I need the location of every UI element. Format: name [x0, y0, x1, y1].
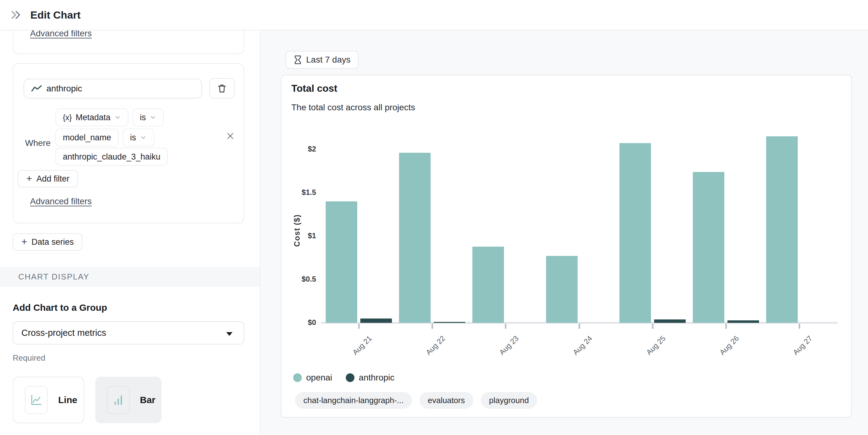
select-caret-icon: [226, 332, 232, 336]
filter-field-dropdown[interactable]: {x} Metadata: [55, 109, 128, 126]
bar-openai-aug-21[interactable]: [326, 201, 357, 323]
page-title: Edit Chart: [30, 9, 81, 21]
bar-openai-aug-24[interactable]: [546, 256, 578, 323]
filter-value-chip[interactable]: anthropic_claude_3_haiku: [55, 148, 168, 166]
edit-chart-sidebar: Advanced filters Where {x} Metadata: [0, 30, 261, 435]
y-tick-label: $1.5: [282, 188, 316, 197]
bar-anthropic-aug-25[interactable]: [654, 319, 686, 323]
bar-anthropic-aug-21[interactable]: [360, 319, 392, 323]
project-tag-2[interactable]: playground: [481, 392, 537, 409]
x-axis-tick: [799, 324, 800, 329]
delete-series-button[interactable]: [209, 78, 235, 98]
bar-openai-aug-22[interactable]: [399, 153, 431, 323]
x-axis-label: Aug 26: [718, 334, 741, 357]
y-tick-label: $1: [282, 231, 316, 240]
add-data-series-label: Data series: [32, 237, 74, 247]
plus-icon: +: [26, 174, 32, 183]
legend-dot-anthropic: [346, 373, 354, 382]
line-chart-icon: [29, 393, 43, 407]
top-header: Edit Chart: [0, 0, 868, 30]
bar-openai-aug-23[interactable]: [472, 246, 504, 323]
bar-openai-aug-25[interactable]: [619, 143, 651, 323]
x-axis-label: Aug 21: [351, 334, 374, 357]
chevron-down-icon: [150, 114, 156, 121]
legend-item-openai[interactable]: openai: [293, 373, 332, 383]
bar-openai-aug-27[interactable]: [766, 136, 798, 323]
x-axis-label: Aug 27: [791, 334, 814, 357]
chart-display-label: CHART DISPLAY: [18, 272, 90, 282]
add-filter-label: Add filter: [36, 174, 70, 184]
y-tick-label: $2: [282, 145, 316, 153]
bar-chart-iconbox: [107, 386, 130, 414]
required-helper-text: Required: [13, 353, 45, 363]
bar-anthropic-aug-26[interactable]: [727, 320, 759, 323]
x-axis-tick: [358, 324, 360, 329]
time-range-button[interactable]: Last 7 days: [286, 51, 359, 69]
collapse-panel-icon[interactable]: [9, 8, 23, 22]
chevron-down-icon: [140, 134, 147, 141]
legend-dot-openai: [293, 373, 302, 382]
plus-icon: +: [21, 237, 27, 246]
chart-subtitle: The total cost across all projects: [291, 103, 415, 113]
remove-filter-button[interactable]: [225, 131, 236, 141]
y-tick-label: $0: [282, 318, 316, 327]
group-select-value: Cross-project metrics: [21, 328, 106, 338]
line-card-label: Line: [58, 395, 78, 405]
chevron-down-icon: [114, 114, 121, 121]
series-name-input[interactable]: [46, 84, 183, 93]
filter-value-label: anthropic_claude_3_haiku: [63, 152, 160, 162]
x-axis-tick: [725, 324, 727, 329]
hourglass-icon: [294, 55, 302, 64]
trash-icon: [217, 83, 227, 93]
x-axis-tick: [505, 324, 506, 329]
add-chart-to-group-heading: Add Chart to a Group: [13, 302, 107, 313]
x-axis-tick: [579, 324, 580, 329]
project-tags: chat-langchain-langgraph-...evaluatorspl…: [295, 392, 537, 409]
first-series-panel-clipped: Advanced filters: [13, 30, 244, 54]
chart-card: Total cost The total cost across all pro…: [281, 75, 852, 418]
legend-label-openai: openai: [306, 373, 332, 383]
advanced-filters-link[interactable]: Advanced filters: [30, 197, 92, 206]
add-data-series-button[interactable]: + Data series: [13, 233, 82, 251]
filter-operator-label-1: is: [140, 113, 146, 122]
filter-field-label: Metadata: [75, 113, 111, 122]
group-select[interactable]: Cross-project metrics: [13, 321, 244, 345]
project-tag-1[interactable]: evaluators: [420, 392, 473, 409]
bar-openai-aug-26[interactable]: [693, 172, 724, 323]
plot-area: Cost ($) $0$0.5$1$1.5$2Aug 21Aug 22Aug 2…: [321, 131, 838, 323]
bar-chart-icon: [112, 393, 125, 407]
bar-anthropic-aug-22[interactable]: [434, 322, 465, 323]
time-range-label: Last 7 days: [306, 55, 350, 65]
advanced-filters-link-top[interactable]: Advanced filters: [30, 30, 92, 38]
filter-operator-label-2: is: [130, 133, 136, 143]
chart-title: Total cost: [291, 83, 337, 94]
legend-label-anthropic: anthropic: [359, 373, 394, 383]
chart-preview-area: Last 7 days Total cost The total cost ac…: [261, 30, 868, 435]
chart-legend: openaianthropic: [293, 373, 394, 383]
where-label: Where: [25, 138, 51, 148]
chart-type-bar-card-selected[interactable]: Bar: [95, 377, 162, 423]
filter-key-chip[interactable]: model_name: [55, 128, 119, 147]
series-line-icon: [31, 85, 42, 93]
y-tick-label: $0.5: [282, 275, 316, 284]
braces-x-icon: {x}: [63, 113, 72, 122]
x-axis-label: Aug 25: [645, 334, 668, 357]
series-name-field[interactable]: [24, 79, 202, 98]
chart-type-line-card[interactable]: Line: [13, 377, 84, 423]
series-panel: Where {x} Metadata is model_name is: [13, 63, 244, 223]
legend-item-anthropic[interactable]: anthropic: [346, 373, 394, 383]
x-axis-tick: [432, 324, 433, 329]
x-axis-label: Aug 22: [424, 334, 447, 357]
line-chart-iconbox: [25, 386, 48, 414]
project-tag-0[interactable]: chat-langchain-langgraph-...: [295, 392, 412, 409]
chart-display-section-header: CHART DISPLAY: [0, 267, 260, 287]
x-axis-label: Aug 23: [497, 334, 520, 357]
close-icon: [226, 132, 235, 140]
y-axis-title: Cost ($): [292, 214, 302, 246]
x-axis-label: Aug 24: [571, 334, 594, 357]
x-axis-tick: [652, 324, 653, 329]
add-filter-button[interactable]: + Add filter: [18, 170, 78, 187]
filter-operator-dropdown-1[interactable]: is: [132, 109, 164, 126]
bar-card-label: Bar: [140, 395, 155, 405]
filter-operator-dropdown-2[interactable]: is: [123, 128, 154, 147]
